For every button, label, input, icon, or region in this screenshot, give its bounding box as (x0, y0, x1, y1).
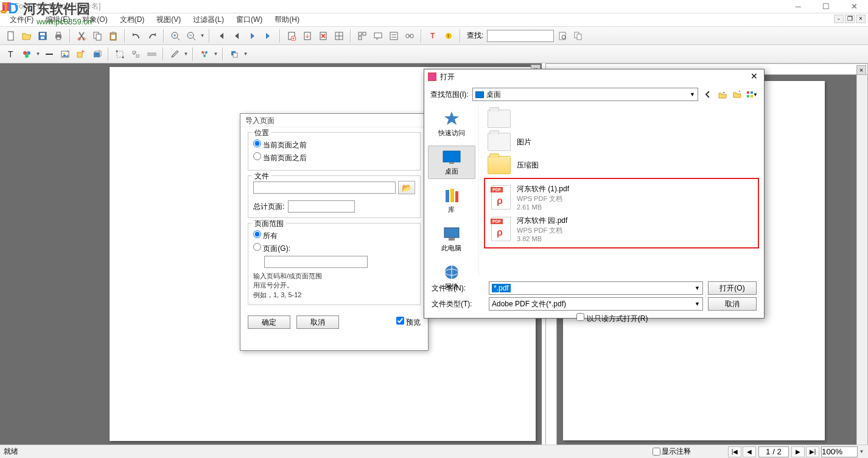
find-input[interactable] (487, 30, 554, 42)
print-button[interactable] (51, 29, 66, 43)
filetype-combobox[interactable]: Adobe PDF 文件(*.pdf) ▼ (489, 297, 703, 311)
add-text-button[interactable]: T (4, 47, 18, 62)
menu-document[interactable]: 文档(D) (114, 13, 151, 26)
link-button[interactable] (402, 29, 417, 43)
insert-layer-button[interactable] (89, 47, 104, 62)
file-path-input[interactable] (253, 181, 396, 194)
group-button[interactable] (197, 47, 212, 62)
copy-button[interactable] (90, 29, 105, 43)
next-page-button[interactable] (245, 29, 260, 43)
menu-object[interactable]: 对象(O) (76, 13, 113, 26)
first-page-button[interactable] (214, 29, 228, 43)
right-scroll-v[interactable] (856, 75, 867, 448)
open-dialog-close-button[interactable]: ✕ (748, 71, 760, 82)
page-input[interactable] (758, 446, 789, 457)
insert-image-button[interactable] (58, 47, 72, 62)
group-dropdown-icon[interactable]: ▼ (213, 47, 219, 62)
preview-checkbox[interactable] (396, 317, 404, 325)
save-button[interactable] (35, 29, 50, 43)
status-first-button[interactable]: |◀ (728, 446, 741, 457)
arrange-dropdown-icon[interactable]: ▼ (243, 47, 248, 62)
annotation-button[interactable] (371, 29, 385, 43)
select-tool-button[interactable] (355, 29, 369, 43)
insert-page-button[interactable] (284, 29, 299, 43)
open-cancel-button[interactable]: 取消 (708, 297, 757, 311)
place-quickaccess[interactable]: 快速访问 (428, 107, 475, 141)
filename-combobox[interactable]: *.pdf ▼ (489, 281, 703, 295)
folder-item[interactable]: 图片 (484, 130, 759, 153)
maximize-button[interactable]: ☐ (812, 0, 840, 13)
pdf-file-item[interactable]: 河东软件 园.pdf WPS PDF 文档 3.82 MB (488, 213, 755, 245)
menu-filter[interactable]: 过滤器(L) (187, 13, 230, 26)
all-radio[interactable] (253, 230, 261, 238)
before-radio[interactable] (253, 139, 261, 147)
import-cancel-button[interactable]: 取消 (296, 315, 339, 329)
place-thispc[interactable]: 此电脑 (428, 222, 475, 256)
form-button[interactable] (387, 29, 401, 43)
redo-button[interactable] (145, 29, 159, 43)
show-annotation-checkbox[interactable] (653, 448, 660, 456)
last-page-button[interactable] (261, 29, 276, 43)
mdi-close-button[interactable]: × (856, 15, 866, 23)
page-layout-button[interactable] (332, 29, 346, 43)
mdi-restore-button[interactable]: ❐ (845, 15, 855, 23)
page-range-input[interactable] (264, 256, 368, 268)
open-button[interactable] (19, 29, 34, 43)
back-button[interactable] (702, 88, 714, 100)
zoom-in-button[interactable] (168, 29, 183, 43)
folder-item[interactable]: 压缩图 (484, 153, 759, 177)
delete-page-button[interactable] (316, 29, 331, 43)
after-radio[interactable] (253, 152, 261, 160)
line-button[interactable] (42, 47, 57, 62)
menu-edit[interactable]: 编辑(E) (40, 13, 76, 26)
status-next-button[interactable]: ▶ (791, 446, 805, 457)
open-file-button[interactable]: 打开(O) (708, 281, 757, 295)
total-pages-input[interactable] (288, 200, 355, 213)
eyedropper-dropdown-icon[interactable]: ▼ (183, 47, 189, 62)
insert-shape-button[interactable] (74, 47, 88, 62)
distribute-button[interactable] (144, 47, 159, 62)
text-tool-button[interactable]: T (425, 29, 440, 43)
prev-page-button[interactable] (229, 29, 244, 43)
file-list[interactable]: 图片 压缩图 河东软件 (1).pdf WPS PDF 文档 2.61 MB (479, 105, 764, 275)
close-button[interactable]: ✕ (840, 0, 868, 13)
view-menu-button[interactable]: ▼ (746, 88, 758, 100)
import-page-button[interactable] (300, 29, 315, 43)
minimize-button[interactable]: ─ (784, 0, 812, 13)
status-last-button[interactable]: ▶| (806, 446, 819, 457)
new-button[interactable] (4, 29, 18, 43)
pages-radio[interactable] (253, 243, 261, 251)
zoom-input[interactable] (821, 446, 858, 457)
color-dropdown-icon[interactable]: ▼ (35, 47, 41, 62)
right-panel-close-button[interactable]: × (856, 65, 866, 75)
highlight-button[interactable]: T (441, 29, 456, 43)
place-desktop[interactable]: 桌面 (428, 146, 475, 179)
folder-item[interactable] (484, 107, 759, 130)
location-combobox[interactable]: 桌面 ▼ (472, 88, 698, 101)
zoom-dropdown-icon[interactable]: ▼ (200, 29, 205, 43)
align-button[interactable] (128, 47, 143, 62)
paste-button[interactable] (106, 29, 121, 43)
new-folder-button[interactable] (731, 88, 743, 100)
browse-file-button[interactable]: 📂 (398, 181, 415, 194)
cut-button[interactable] (74, 29, 89, 43)
color-picker-button[interactable] (19, 47, 34, 62)
mdi-minimize-button[interactable]: - (834, 15, 844, 23)
find-all-button[interactable] (571, 29, 586, 43)
import-ok-button[interactable]: 确定 (248, 315, 290, 329)
zoom-out-button[interactable] (184, 29, 198, 43)
snap-grid-button[interactable] (113, 47, 127, 62)
status-prev-button[interactable]: ◀ (743, 446, 756, 457)
arrange-button[interactable] (227, 47, 242, 62)
find-next-button[interactable] (555, 29, 570, 43)
pdf-file-item[interactable]: 河东软件 (1).pdf WPS PDF 文档 2.61 MB (488, 181, 755, 213)
readonly-checkbox[interactable] (576, 313, 584, 321)
zoom-dd-icon[interactable]: ▼ (859, 445, 864, 459)
eyedropper-button[interactable] (167, 47, 182, 62)
menu-file[interactable]: 文件(F) (4, 13, 40, 26)
menu-window[interactable]: 窗口(W) (230, 13, 268, 26)
menu-help[interactable]: 帮助(H) (268, 13, 306, 26)
menu-view[interactable]: 视图(V) (150, 13, 187, 26)
up-button[interactable] (716, 88, 729, 100)
place-libraries[interactable]: 库 (428, 184, 475, 217)
